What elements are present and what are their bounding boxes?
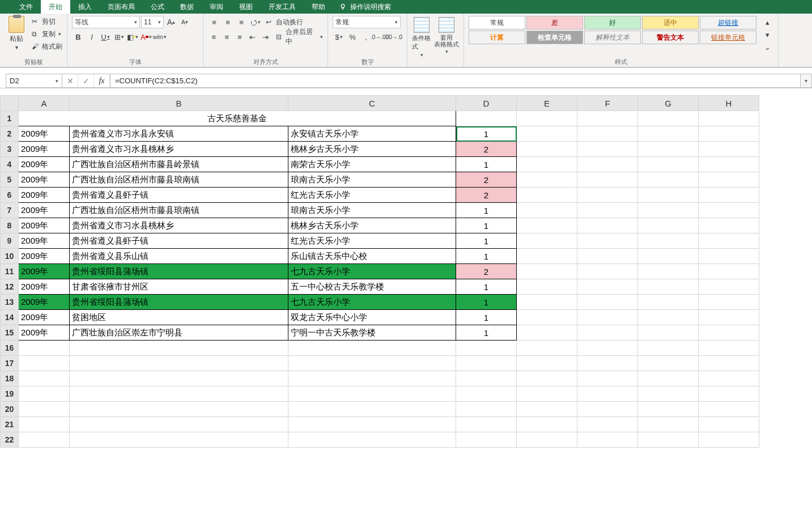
cell[interactable]: [70, 371, 288, 386]
cell-C15[interactable]: 宁明一中古天乐教学楼: [288, 325, 456, 341]
cell-B4[interactable]: 广西壮族自治区梧州市藤县岭景镇: [70, 157, 288, 172]
cell[interactable]: [517, 432, 577, 448]
ribbon-tab-4[interactable]: 公式: [143, 0, 172, 14]
ribbon-tab-1[interactable]: 开始: [41, 0, 70, 14]
column-header-E[interactable]: E: [517, 96, 577, 111]
cell-F12[interactable]: [577, 279, 638, 295]
cell-B9[interactable]: 贵州省遵义县虾子镇: [70, 233, 288, 249]
cell[interactable]: [70, 402, 288, 417]
cell-B10[interactable]: 贵州省遵义县乐山镇: [70, 249, 288, 264]
cell-E11[interactable]: [517, 264, 577, 279]
align-right-button[interactable]: ≡: [234, 31, 246, 43]
cell-C14[interactable]: 双龙古天乐中心小学: [288, 310, 456, 325]
cell-D14[interactable]: 1: [456, 310, 517, 325]
style-expand[interactable]: ⌄: [761, 41, 773, 53]
ribbon-tab-2[interactable]: 插入: [70, 0, 100, 14]
decrease-indent-button[interactable]: ⇤: [246, 31, 258, 43]
column-header-G[interactable]: G: [638, 96, 699, 111]
cell-H13[interactable]: [699, 295, 759, 310]
cell-E5[interactable]: [517, 172, 577, 188]
cell[interactable]: [638, 402, 699, 417]
cell-D10[interactable]: 1: [456, 249, 517, 264]
row-header-8[interactable]: 8: [1, 218, 19, 233]
cell-E4[interactable]: [517, 157, 577, 172]
column-header-H[interactable]: H: [699, 96, 759, 111]
number-format-combo[interactable]: 常规 ▾: [333, 16, 401, 28]
cell-F4[interactable]: [577, 157, 638, 172]
cell-E9[interactable]: [517, 233, 577, 249]
style-check[interactable]: 检查单元格: [526, 31, 583, 44]
cell-F8[interactable]: [577, 218, 638, 233]
font-name-combo[interactable]: 等线 ▾: [72, 16, 140, 28]
row-header-13[interactable]: 13: [1, 295, 19, 310]
cell-C13[interactable]: 七九古天乐小学: [288, 295, 456, 310]
cell[interactable]: [288, 432, 456, 448]
currency-button[interactable]: $▾: [333, 31, 345, 43]
cell[interactable]: [699, 432, 759, 448]
style-normal[interactable]: 常规: [469, 16, 525, 29]
format-painter-button[interactable]: 🖌 格式刷: [32, 41, 62, 52]
cell-F3[interactable]: [577, 142, 638, 157]
paste-button[interactable]: 粘贴 ▼: [5, 16, 28, 50]
decrease-decimal-button[interactable]: .00→.0: [387, 31, 399, 43]
cell-C6[interactable]: 红光古天乐小学: [288, 188, 456, 203]
cell-F7[interactable]: [577, 203, 638, 218]
format-as-table-button[interactable]: 套用 表格格式 ▾: [434, 16, 459, 54]
cell-B3[interactable]: 贵州省遵义市习水县桃林乡: [70, 142, 288, 157]
cell-A8[interactable]: 2009年: [19, 218, 70, 233]
merge-center-button[interactable]: ⊟ 合并后居中 ▾: [276, 31, 323, 42]
cell[interactable]: [288, 341, 456, 356]
cell-E14[interactable]: [517, 310, 577, 325]
cell-F9[interactable]: [577, 233, 638, 249]
enter-formula-button[interactable]: ✓: [78, 74, 94, 87]
cell-B11[interactable]: 贵州省绥阳县蒲场镇: [70, 264, 288, 279]
cell-H3[interactable]: [699, 142, 759, 157]
row-header-22[interactable]: 22: [1, 432, 19, 448]
phonetic-button[interactable]: wén▾: [154, 31, 166, 43]
column-header-D[interactable]: D: [456, 96, 517, 111]
column-header-A[interactable]: A: [19, 96, 70, 111]
cell[interactable]: [577, 402, 638, 417]
cell-C8[interactable]: 桃林乡古天乐小学: [288, 218, 456, 233]
cell-H9[interactable]: [699, 233, 759, 249]
cell[interactable]: [70, 341, 288, 356]
cell-G4[interactable]: [638, 157, 699, 172]
cell[interactable]: [638, 356, 699, 371]
percent-button[interactable]: %: [346, 31, 359, 43]
cell[interactable]: [456, 432, 517, 448]
cell-E8[interactable]: [517, 218, 577, 233]
row-header-17[interactable]: 17: [1, 356, 19, 371]
cell[interactable]: [699, 341, 759, 356]
cell-A3[interactable]: 2009年: [19, 142, 70, 157]
cell-B15[interactable]: 广西壮族自治区崇左市宁明县: [70, 325, 288, 341]
cell-H12[interactable]: [699, 279, 759, 295]
cell-E7[interactable]: [517, 203, 577, 218]
cell-B2[interactable]: 贵州省遵义市习水县永安镇: [70, 126, 288, 142]
cell-C11[interactable]: 七九古天乐小学: [288, 264, 456, 279]
cell-G3[interactable]: [638, 142, 699, 157]
cell-D7[interactable]: 1: [456, 203, 517, 218]
cell[interactable]: [19, 417, 70, 432]
cell-G10[interactable]: [638, 249, 699, 264]
cell-F15[interactable]: [577, 325, 638, 341]
cut-button[interactable]: ✂ 剪切: [32, 16, 62, 27]
ribbon-tab-9[interactable]: 帮助: [304, 0, 333, 14]
cell-C3[interactable]: 桃林乡古天乐小学: [288, 142, 456, 157]
cell-D4[interactable]: 1: [456, 157, 517, 172]
column-header-F[interactable]: F: [577, 96, 638, 111]
wrap-text-button[interactable]: ↩ 自动换行: [266, 16, 303, 28]
cell-G11[interactable]: [638, 264, 699, 279]
cell-G8[interactable]: [638, 218, 699, 233]
row-header-18[interactable]: 18: [1, 371, 19, 386]
cell-C12[interactable]: 五一中心校古天乐教学楼: [288, 279, 456, 295]
row-header-21[interactable]: 21: [1, 417, 19, 432]
cell-E13[interactable]: [517, 295, 577, 310]
ribbon-tab-6[interactable]: 审阅: [202, 0, 231, 14]
row-header-2[interactable]: 2: [1, 126, 19, 142]
cell-F2[interactable]: [577, 126, 638, 142]
cell-G13[interactable]: [638, 295, 699, 310]
style-hyperlink[interactable]: 超链接: [700, 16, 756, 29]
cell[interactable]: [19, 386, 70, 402]
column-header-B[interactable]: B: [70, 96, 288, 111]
cell[interactable]: [577, 341, 638, 356]
